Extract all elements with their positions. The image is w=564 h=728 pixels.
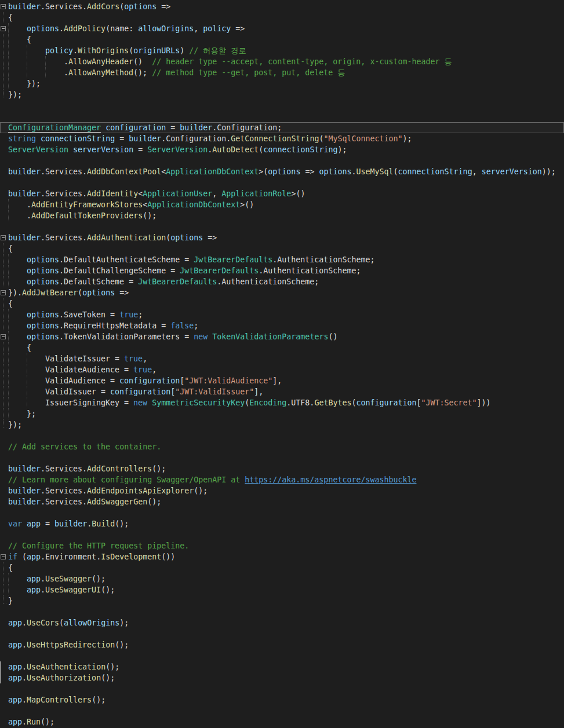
- code-line[interactable]: options.DefaultChallengeScheme = JwtBear…: [0, 265, 564, 276]
- code-line[interactable]: {: [0, 243, 564, 254]
- code-line[interactable]: if (app.Environment.IsDevelopment()): [0, 551, 564, 562]
- code-line[interactable]: [0, 452, 564, 463]
- code-area[interactable]: builder.Services.AddCors(options =>{opti…: [0, 1, 564, 727]
- code-line[interactable]: {: [0, 34, 564, 45]
- fold-region-line: [3, 243, 3, 254]
- code-token: app: [8, 619, 22, 627]
- code-line[interactable]: app.UseHttpsRedirection();: [0, 639, 564, 650]
- code-line[interactable]: [0, 606, 564, 617]
- code-line[interactable]: [0, 177, 564, 188]
- code-line[interactable]: app.MapControllers();: [0, 694, 564, 705]
- code-line[interactable]: app.UseAuthentication();: [0, 661, 564, 672]
- code-line[interactable]: options.SaveToken = true;: [0, 309, 564, 320]
- code-line[interactable]: builder.Services.AddCors(options =>: [0, 1, 564, 12]
- code-token: // method type --get, post, put, delete …: [152, 68, 345, 77]
- code-line[interactable]: };: [0, 408, 564, 419]
- code-line[interactable]: options.DefaultScheme = JwtBearerDefault…: [0, 276, 564, 287]
- code-line[interactable]: {: [0, 298, 564, 309]
- code-line[interactable]: [0, 155, 564, 166]
- code-token: AddEndpointsApiExplorer: [87, 486, 194, 495]
- code-line[interactable]: [0, 100, 564, 111]
- code-token: {: [8, 299, 13, 308]
- code-token: allowOrigins: [138, 24, 194, 33]
- fold-collapse-icon[interactable]: [1, 26, 6, 31]
- code-line[interactable]: }).AddJwtBearer(options =>: [0, 287, 564, 298]
- code-line[interactable]: {: [0, 12, 564, 23]
- code-line[interactable]: builder.Services.AddControllers();: [0, 463, 564, 474]
- code-line[interactable]: ServerVersion serverVersion = ServerVers…: [0, 144, 564, 155]
- code-line[interactable]: [0, 628, 564, 639]
- code-line[interactable]: policy.WithOrigins(originURLs) // 허용할 경로: [0, 45, 564, 56]
- code-line[interactable]: builder.Services.AddDbContextPool<Applic…: [0, 166, 564, 177]
- code-line[interactable]: builder.Services.AddSwaggerGen();: [0, 496, 564, 507]
- fold-collapse-icon[interactable]: [1, 235, 6, 240]
- code-line[interactable]: ValidateIssuer = true,: [0, 353, 564, 364]
- code-line[interactable]: app.Run();: [0, 716, 564, 727]
- code-line[interactable]: app.UseSwagger();: [0, 573, 564, 584]
- code-text: app.UseAuthorization();: [8, 672, 564, 683]
- code-line[interactable]: .AddEntityFrameworkStores<ApplicationDbC…: [0, 199, 564, 210]
- code-line[interactable]: builder.Services.AddAuthentication(optio…: [0, 232, 564, 243]
- code-line[interactable]: // Add services to the container.: [0, 441, 564, 452]
- code-line[interactable]: });: [0, 419, 564, 430]
- fold-toggle[interactable]: [0, 23, 8, 34]
- code-editor[interactable]: builder.Services.AddCors(options =>{opti…: [0, 0, 564, 727]
- code-line[interactable]: [0, 529, 564, 540]
- code-line[interactable]: [0, 683, 564, 694]
- gutter-cell: [0, 276, 8, 287]
- code-line[interactable]: builder.Services.AddEndpointsApiExplorer…: [0, 485, 564, 496]
- code-token: UseSwaggerUI: [45, 586, 101, 594]
- fold-toggle[interactable]: [0, 551, 8, 562]
- code-token: policy: [203, 24, 231, 33]
- code-text: [8, 430, 564, 441]
- code-line[interactable]: options.AddPolicy(name: allowOrigins, po…: [0, 23, 564, 34]
- code-token: ApplicationRole: [221, 189, 291, 198]
- indent-guide: [27, 67, 45, 78]
- fold-toggle[interactable]: [0, 287, 8, 298]
- code-line[interactable]: options.RequireHttpsMetadata = false;: [0, 320, 564, 331]
- fold-collapse-icon[interactable]: [1, 334, 6, 339]
- comment-link[interactable]: https://aka.ms/aspnetcore/swashbuckle: [245, 475, 416, 484]
- code-line[interactable]: [0, 221, 564, 232]
- fold-collapse-icon[interactable]: [1, 4, 6, 9]
- fold-collapse-icon[interactable]: [1, 554, 6, 559]
- indent-guide: [8, 386, 27, 397]
- code-line[interactable]: app.UseCors(allowOrigins);: [0, 617, 564, 628]
- code-line[interactable]: .AllowAnyMethod(); // method type --get,…: [0, 67, 564, 78]
- gutter-cell: [0, 122, 8, 133]
- code-token: ,: [212, 189, 221, 198]
- fold-toggle[interactable]: [0, 331, 8, 342]
- code-line[interactable]: ValidateAudience = true,: [0, 364, 564, 375]
- code-line[interactable]: [0, 507, 564, 518]
- code-line[interactable]: });: [0, 78, 564, 89]
- code-line[interactable]: });: [0, 89, 564, 100]
- code-line[interactable]: [0, 705, 564, 716]
- code-line[interactable]: {: [0, 342, 564, 353]
- fold-toggle[interactable]: [0, 232, 8, 243]
- code-line[interactable]: // Learn more about configuring Swagger/…: [0, 474, 564, 485]
- code-token: policy: [45, 46, 73, 55]
- code-line[interactable]: // Configure the HTTP request pipeline.: [0, 540, 564, 551]
- code-line[interactable]: options.TokenValidationParameters = new …: [0, 331, 564, 342]
- fold-collapse-icon[interactable]: [1, 290, 6, 295]
- code-token: ValidAudience =: [45, 376, 119, 385]
- code-line[interactable]: {: [0, 562, 564, 573]
- current-line[interactable]: ConfigurationManager configuration = bui…: [0, 122, 564, 133]
- code-line[interactable]: .AddDefaultTokenProviders();: [0, 210, 564, 221]
- code-line[interactable]: var app = builder.Build();: [0, 518, 564, 529]
- code-line[interactable]: IssuerSigningKey = new SymmetricSecurity…: [0, 397, 564, 408]
- code-line[interactable]: builder.Services.AddIdentity<Application…: [0, 188, 564, 199]
- code-line[interactable]: string connectionString = builder.Config…: [0, 133, 564, 144]
- code-line[interactable]: .AllowAnyHeader() // header type --accep…: [0, 56, 564, 67]
- fold-toggle[interactable]: [0, 1, 8, 12]
- code-line[interactable]: app.UseSwaggerUI();: [0, 584, 564, 595]
- code-line[interactable]: options.DefaultAuthenticateScheme = JwtB…: [0, 254, 564, 265]
- code-line[interactable]: ValidAudience = configuration["JWT:Valid…: [0, 375, 564, 386]
- code-line[interactable]: [0, 650, 564, 661]
- code-line[interactable]: [0, 430, 564, 441]
- code-line[interactable]: app.UseAuthorization();: [0, 672, 564, 683]
- code-line[interactable]: ValidIssuer = configuration["JWT:ValidIs…: [0, 386, 564, 397]
- code-line[interactable]: [0, 111, 564, 122]
- code-line[interactable]: }: [0, 595, 564, 606]
- code-token: // 허용할 경로: [189, 46, 246, 55]
